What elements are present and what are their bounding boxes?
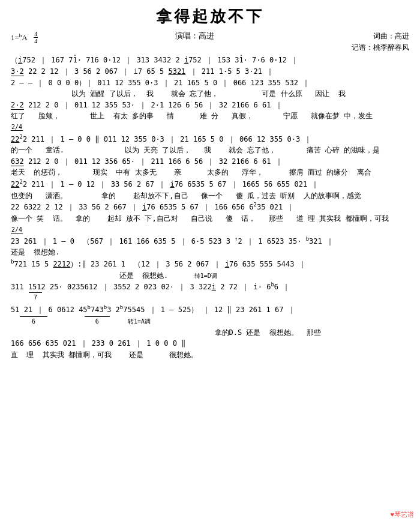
- sheet-music: （i752 ｜ 167 71· 716 0·12 ｜ 313 3432 2 i7…: [11, 55, 409, 372]
- time-signature: 4 4: [34, 31, 38, 44]
- key-text: 1=bA: [11, 32, 28, 43]
- music-content: （i752 ｜ 167 71· 716 0·12 ｜ 313 3432 2 i7…: [11, 55, 409, 372]
- singer-name: 高进: [199, 31, 214, 40]
- song-title: 拿得起放不下: [11, 6, 409, 27]
- page: 拿得起放不下 1=bA 4 4 演唱：高进 词曲：高进 记谱：桃李醉春风 （i7…: [0, 0, 420, 524]
- subtitle-row: 1=bA 4 4 演唱：高进 词曲：高进 记谱：桃李醉春风: [11, 31, 409, 53]
- watermark: ♥琴艺谱: [390, 510, 414, 519]
- credits: 词曲：高进 记谱：桃李醉春风: [352, 31, 409, 53]
- singer-info: 演唱：高进: [175, 31, 214, 41]
- singer-label: 演唱：: [175, 31, 199, 40]
- lyricist-line: 词曲：高进: [352, 31, 409, 42]
- notation-line: 记谱：桃李醉春风: [352, 42, 409, 53]
- key-signature: 1=bA 4 4: [11, 31, 38, 44]
